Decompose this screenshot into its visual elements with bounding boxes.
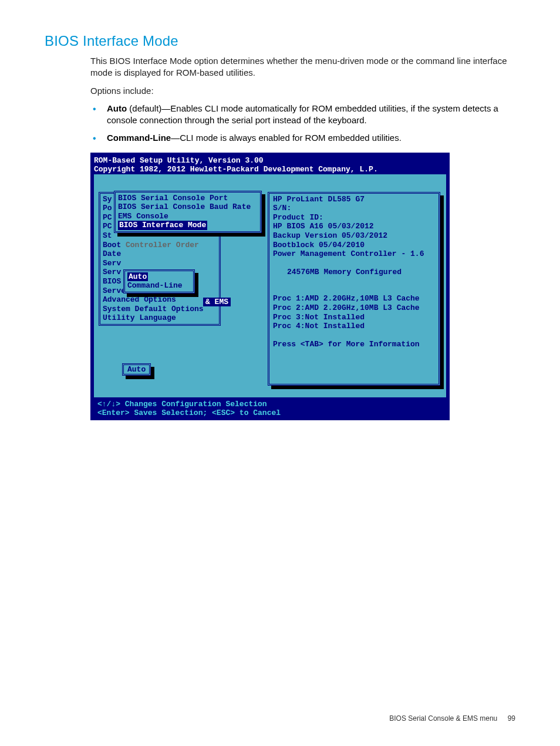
menu-row: Advanced Options	[103, 295, 217, 305]
bios-title-line2: Copyright 1982, 2012 Hewlett-Packard Dev…	[94, 165, 446, 174]
option-rest: —CLI mode is always enabled for ROM embe…	[171, 133, 402, 143]
menu-row: Utility Language	[103, 313, 217, 323]
page-footer: BIOS Serial Console & EMS menu 99	[389, 714, 515, 723]
info-line: Proc 2:AMD 2.20GHz,10MB L3 Cache	[273, 303, 435, 313]
submenu-item: BIOS Serial Console Port	[118, 194, 258, 203]
info-line: HP ProLiant DL585 G7	[273, 195, 435, 204]
info-line: S/N:	[273, 204, 435, 213]
bios-canvas: Sy Po PC PC St Boot Controller Order Dat…	[94, 174, 446, 397]
submenu-item: BIOS Serial Console Baud Rate	[118, 202, 258, 212]
menu-row: Date	[103, 249, 217, 259]
info-line: 24576MB Memory Configured	[273, 268, 435, 277]
bios-titlebar: ROM-Based Setup Utility, Version 3.00 Co…	[90, 153, 450, 420]
info-line: Proc 4:Not Installed	[273, 322, 435, 331]
info-line: Press <TAB> for More Information	[273, 340, 435, 349]
info-line: Bootblock 05/04/2010	[273, 241, 435, 250]
options-intro: Options include:	[90, 85, 515, 97]
option-item: Command-Line—CLI mode is always enabled …	[107, 132, 515, 144]
footer-line: <Enter> Saves Selection; <ESC> to Cancel	[97, 409, 443, 418]
mode-dropdown: Auto Command-Line	[123, 269, 195, 293]
bios-title-line1: ROM-Based Setup Utility, Version 3.00	[94, 156, 446, 166]
bios-footer: <↑/↓> Changes Configuration Selection <E…	[94, 397, 446, 419]
option-strong: Auto	[107, 103, 127, 113]
option-rest: (default)—Enables CLI mode automatically…	[107, 103, 498, 125]
page-number: 99	[508, 714, 515, 723]
bios-left-stack: Sy Po PC PC St Boot Controller Order Dat…	[99, 192, 264, 326]
dropdown-item-selected: Auto	[127, 272, 191, 282]
submenu-item-selected: BIOS Interface Mode	[118, 221, 258, 230]
option-item: Auto (default)—Enables CLI mode automati…	[107, 103, 515, 127]
intro-paragraph: This BIOS Interface Mode option determin…	[90, 55, 515, 79]
menu-row: Serv	[103, 259, 217, 268]
info-line: Backup Version 05/03/2012	[273, 231, 435, 241]
status-chip: Auto	[122, 363, 151, 376]
option-strong: Command-Line	[107, 133, 171, 143]
options-list: Auto (default)—Enables CLI mode automati…	[90, 103, 515, 144]
info-line: Power Management Controller - 1.6	[273, 249, 435, 259]
info-line: HP BIOS A16 05/03/2012	[273, 222, 435, 231]
submenu-item: EMS Console	[118, 212, 258, 221]
bios-screenshot: ROM-Based Setup Utility, Version 3.00 Co…	[90, 153, 450, 420]
bios-submenu: BIOS Serial Console Port BIOS Serial Con…	[114, 191, 262, 233]
footer-title: BIOS Serial Console & EMS menu	[389, 714, 497, 723]
info-line: Proc 1:AMD 2.20GHz,10MB L3 Cache	[273, 294, 435, 303]
footer-line: <↑/↓> Changes Configuration Selection	[97, 400, 443, 409]
menu-row: System Default Options	[103, 305, 217, 314]
info-line: Proc 3:Not Installed	[273, 313, 435, 322]
info-line: Product ID:	[273, 213, 435, 222]
ems-chip: & EMS	[203, 298, 231, 307]
section-heading: BIOS Interface Mode	[45, 33, 515, 49]
dropdown-item: Command-Line	[127, 281, 191, 291]
info-panel: HP ProLiant DL585 G7 S/N: Product ID: HP…	[268, 192, 440, 386]
menu-row: Boot Controller Order	[103, 241, 217, 250]
